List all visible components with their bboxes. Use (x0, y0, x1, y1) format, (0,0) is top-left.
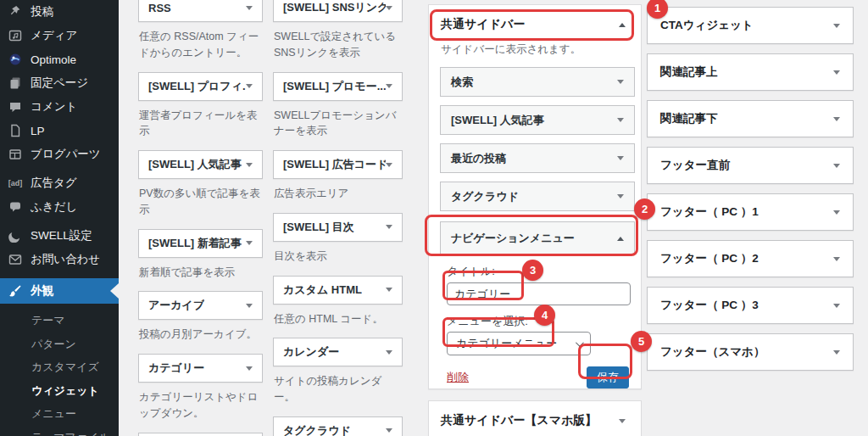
widget-bar[interactable]: 検索 (440, 67, 635, 97)
available-widget-card[interactable]: ギャラリー (138, 433, 263, 436)
chevron-down-icon[interactable] (833, 304, 840, 308)
widget-bar[interactable]: [SWELL] 人気記事 (440, 105, 635, 135)
chevron-down-icon[interactable] (619, 419, 626, 423)
sidebar-item-ad-tag[interactable]: [ad]広告タグ (0, 171, 119, 195)
chevron-down-icon[interactable] (617, 194, 624, 198)
panel-header-sidebar[interactable]: 共通サイドバー (429, 5, 641, 32)
chevron-down-icon[interactable] (386, 350, 392, 355)
chevron-down-icon[interactable] (246, 366, 253, 371)
chevron-down-icon[interactable] (246, 6, 253, 10)
sidebar-item-lp[interactable]: LP (0, 119, 119, 143)
chevron-down-icon[interactable] (833, 70, 840, 75)
widget-bar[interactable]: 最近の投稿 (440, 143, 635, 173)
submenu-item-widgets[interactable]: ウィジェット (0, 379, 119, 403)
available-widget-card[interactable]: カスタム HTML (273, 276, 403, 305)
chevron-down-icon[interactable] (386, 428, 392, 433)
media-icon (8, 28, 23, 43)
sidebar-item-appearance[interactable]: 外観 (0, 278, 119, 304)
save-button[interactable]: 保存 (587, 366, 629, 388)
delete-link[interactable]: 削除 (447, 370, 469, 385)
chevron-down-icon[interactable] (386, 163, 392, 167)
widget-card-title: カレンダー (283, 344, 339, 360)
menu-select[interactable]: カテゴリーメニュー (447, 332, 591, 355)
available-widget-card[interactable]: [SWELL] 人気記事 (138, 150, 263, 179)
chevron-down-icon[interactable] (833, 210, 840, 215)
widget-card-title: アーカイブ (148, 298, 204, 313)
widget-area-card[interactable]: フッター（ PC ）3 (647, 287, 854, 324)
chevron-down-icon[interactable] (386, 225, 392, 229)
widget-card-description: サイトの投稿カレンダー。 (274, 373, 402, 405)
widget-area-card[interactable]: フッター（スマホ） (647, 333, 854, 371)
available-widget-card[interactable]: カレンダー (273, 338, 403, 366)
widget-areas-right-column: CTAウィジェット関連記事上関連記事下フッター直前フッター（ PC ）1フッター… (647, 0, 854, 371)
chevron-down-icon[interactable] (833, 257, 840, 261)
widget-card-description: 任意の HTML コード。 (274, 311, 402, 327)
sidebar-item-fukidashi[interactable]: ふきだし (0, 195, 119, 219)
available-widget-card[interactable]: アーカイブ (138, 291, 263, 320)
widget-area-card[interactable]: CTAウィジェット (647, 7, 854, 44)
widget-bar-title: 検索 (451, 75, 473, 90)
menu-label: 広告タグ (31, 176, 77, 191)
widget-area-card[interactable]: フッター直前 (647, 147, 854, 184)
widget-card-title: カスタム HTML (283, 282, 362, 298)
submenu-item-customize[interactable]: カスタマイズ (0, 355, 119, 379)
available-widget-card[interactable]: [SWELL] プロフィ... (138, 72, 263, 101)
available-widget-card[interactable]: [SWELL] 目次 (273, 213, 403, 242)
chevron-down-icon[interactable] (246, 163, 253, 167)
chevron-down-icon[interactable] (617, 118, 624, 122)
sidebar-item-contact[interactable]: お問い合わせ (0, 248, 119, 271)
chevron-up-icon[interactable] (619, 23, 626, 27)
panel-header-sidebar-sp[interactable]: 共通サイドバー【スマホ版】 (429, 401, 641, 428)
chevron-down-icon[interactable] (246, 304, 253, 308)
submenu-item-file-editor[interactable]: テーマファイルエディター (0, 426, 119, 436)
submenu-item-patterns[interactable]: パターン (0, 333, 119, 356)
chevron-down-icon[interactable] (617, 80, 624, 84)
sidebar-item-posts[interactable]: 投稿 (0, 0, 119, 24)
submenu-item-themes[interactable]: テーマ (0, 309, 119, 333)
widget-bar[interactable]: タグクラウド (440, 182, 635, 211)
sidebar-item-blog-parts[interactable]: ブログパーツ (0, 143, 119, 166)
chevron-down-icon[interactable] (833, 164, 840, 168)
widget-card-description: カテゴリーリストやドロップダウン。 (139, 389, 262, 422)
chevron-down-icon[interactable] (833, 350, 840, 355)
available-widget-card[interactable]: [SWELL] 広告コード (273, 150, 403, 179)
available-widget-card[interactable]: カテゴリー (138, 354, 263, 383)
chevron-down-icon[interactable] (833, 117, 840, 121)
menu-label: コメント (31, 99, 77, 115)
widget-bar-title: 最近の投稿 (451, 151, 506, 166)
available-widget-card[interactable]: [SWELL] SNSリンク (273, 0, 403, 22)
chevron-up-icon[interactable] (617, 237, 624, 241)
submenu-item-menus[interactable]: メニュー (0, 402, 119, 426)
chevron-down-icon[interactable] (386, 84, 392, 88)
chevron-down-icon[interactable] (246, 241, 253, 245)
chevron-down-icon (576, 338, 584, 347)
sidebar-item-pages[interactable]: 固定ページ (0, 71, 119, 95)
sidebar-item-optimole[interactable]: Optimole (0, 48, 119, 71)
panel-description: サイドバーに表示されます。 (441, 42, 629, 57)
chevron-down-icon[interactable] (386, 6, 392, 10)
chevron-down-icon[interactable] (617, 156, 624, 160)
chevron-down-icon[interactable] (833, 24, 840, 28)
admin-menu: 投稿メディアOptimole固定ページコメントLPブログパーツ[ad]広告タグふ… (0, 0, 119, 304)
sidebar-item-comments[interactable]: コメント (0, 95, 119, 119)
sidebar-item-media[interactable]: メディア (0, 24, 119, 48)
available-widget-card[interactable]: [SWELL] 新着記事 (138, 229, 263, 258)
available-widget-card[interactable]: [SWELL] プロモー... (273, 72, 403, 101)
widget-area-card[interactable]: フッター（ PC ）1 (647, 193, 854, 231)
nav-menu-widget-header[interactable]: ナビゲーションメニュー (440, 221, 635, 255)
comment-icon (8, 99, 23, 115)
widget-area-card[interactable]: フッター（ PC ）2 (647, 240, 854, 277)
chevron-down-icon[interactable] (386, 288, 392, 292)
nav-menu-widget-title: ナビゲーションメニュー (451, 231, 575, 246)
menu-label: 固定ページ (31, 75, 88, 91)
available-widget-card[interactable]: タグクラウド (273, 416, 403, 436)
widget-area-card[interactable]: 関連記事上 (647, 53, 854, 91)
widget-card-title: [SWELL] 人気記事 (148, 157, 242, 172)
widget-area-title: 関連記事上 (660, 64, 718, 80)
sidebar-item-swell[interactable]: SWELL設定 (0, 224, 119, 248)
widget-title-input[interactable] (447, 282, 631, 305)
available-widget-card[interactable]: RSS (138, 0, 263, 22)
widget-area-card[interactable]: 関連記事下 (647, 100, 854, 137)
pages-icon (8, 75, 23, 91)
chevron-down-icon[interactable] (246, 84, 253, 88)
